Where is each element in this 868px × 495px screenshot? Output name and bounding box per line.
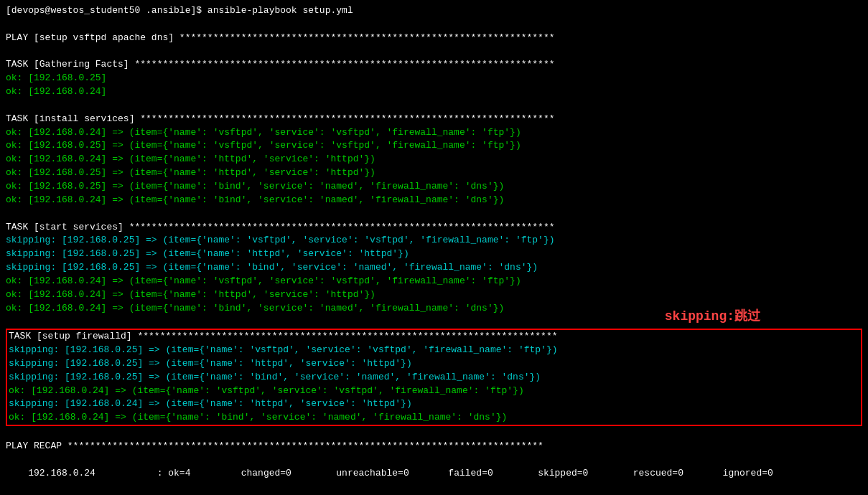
task-start: TASK [start services] ******************… xyxy=(6,221,862,235)
fw-skip-3: skipping: [192.168.0.25] => (item={'name… xyxy=(9,371,859,385)
empty6 xyxy=(6,426,862,440)
terminal: [devops@westos_student50 .ansible]$ ansi… xyxy=(0,0,868,495)
empty3 xyxy=(6,99,862,113)
install-line-6: ok: [192.168.0.24] => (item={'name': 'bi… xyxy=(6,194,862,207)
install-line-3: ok: [192.168.0.24] => (item={'name': 'ht… xyxy=(6,153,862,166)
start-skip-1: skipping: [192.168.0.25] => (item={'name… xyxy=(6,234,862,248)
empty1 xyxy=(6,18,862,32)
install-line-5: ok: [192.168.0.25] => (item={'name': 'bi… xyxy=(6,180,862,194)
fw-skip-1: skipping: [192.168.0.25] => (item={'name… xyxy=(9,344,859,357)
ok-125-gather: ok: [192.168.0.25] xyxy=(6,72,862,85)
ok-124-gather: ok: [192.168.0.24] xyxy=(6,85,862,99)
empty4 xyxy=(6,207,862,221)
firewall-section: TASK [setup firewalld] *****************… xyxy=(6,329,862,426)
recap-24-stats: : ok=4 changed=0 unreachable=0 failed=0 … xyxy=(95,468,773,478)
start-ok-1: ok: [192.168.0.24] => (item={'name': 'vs… xyxy=(6,275,862,288)
fw-skip-2: skipping: [192.168.0.25] => (item={'name… xyxy=(9,357,859,371)
start-ok-2: ok: [192.168.0.24] => (item={'name': 'ht… xyxy=(6,288,862,302)
install-line-2: ok: [192.168.0.25] => (item={'name': 'vs… xyxy=(6,139,862,153)
fw-ok-2: ok: [192.168.0.24] => (item={'name': 'bi… xyxy=(9,411,859,425)
annotation-skipping: skipping:跳过 xyxy=(665,307,760,324)
play-recap-line: PLAY RECAP *****************************… xyxy=(6,440,862,453)
prompt-line: [devops@westos_student50 .ansible]$ ansi… xyxy=(6,4,862,18)
start-skip-3: skipping: [192.168.0.25] => (item={'name… xyxy=(6,261,862,275)
recap-24-line: 192.168.0.24 : ok=4 changed=0 unreachabl… xyxy=(6,453,862,494)
install-line-4: ok: [192.168.0.25] => (item={'name': 'ht… xyxy=(6,166,862,180)
install-line-1: ok: [192.168.0.24] => (item={'name': 'vs… xyxy=(6,126,862,140)
start-skip-2: skipping: [192.168.0.25] => (item={'name… xyxy=(6,248,862,261)
recap-24-ip: 192.168.0.24 xyxy=(28,468,95,478)
fw-skip-4: skipping: [192.168.0.24] => (item={'name… xyxy=(9,397,859,411)
play-line: PLAY [setup vsftpd apache dns] *********… xyxy=(6,32,862,45)
task-gathering: TASK [Gathering Facts] *****************… xyxy=(6,58,862,72)
fw-ok-1: ok: [192.168.0.24] => (item={'name': 'vs… xyxy=(9,385,859,398)
empty2 xyxy=(6,45,862,59)
task-install: TASK [install services] ****************… xyxy=(6,113,862,126)
task-firewall: TASK [setup firewalld] *****************… xyxy=(9,330,859,344)
